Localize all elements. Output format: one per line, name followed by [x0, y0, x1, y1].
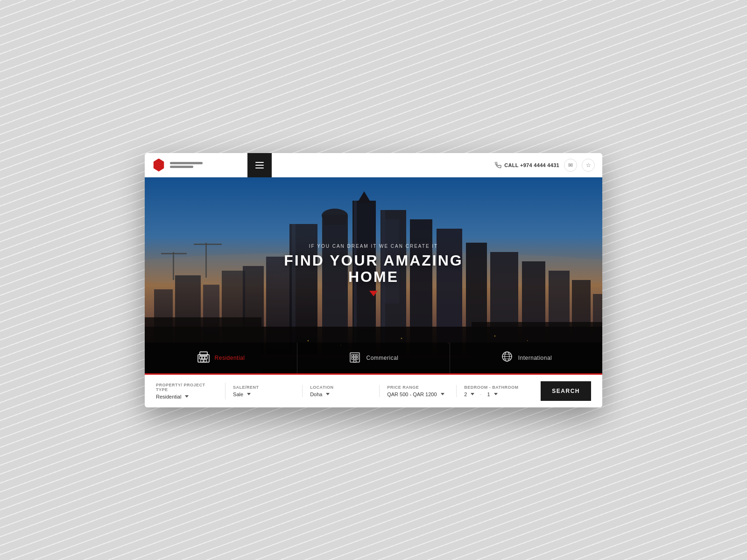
bedroom-bathroom-label: Bedroom - Bathroom: [464, 385, 526, 390]
header: CALL +974 4444 4431 ✉ ☆: [145, 153, 602, 177]
logo-line-2: [170, 166, 193, 168]
svg-rect-45: [201, 359, 203, 362]
svg-rect-43: [202, 357, 204, 359]
international-label: International: [518, 355, 552, 361]
location-field[interactable]: Location Doha: [303, 385, 380, 397]
svg-rect-51: [356, 355, 358, 357]
bathroom-dropdown-arrow: [494, 393, 498, 395]
sale-rent-dropdown-arrow: [247, 393, 251, 395]
category-residential[interactable]: Residential: [145, 343, 297, 373]
residential-icon: [197, 350, 210, 366]
svg-rect-52: [352, 357, 353, 359]
logo-line-1: [170, 162, 203, 164]
bedroom-bathroom-value: 2 · 1: [464, 392, 526, 397]
property-type-value: Residential: [156, 394, 218, 399]
category-commercial[interactable]: Commerical: [297, 343, 450, 373]
email-button[interactable]: ✉: [564, 159, 577, 172]
svg-rect-54: [356, 357, 358, 359]
search-button[interactable]: SEARCH: [541, 381, 591, 401]
hero-subtitle: IF YOU CAN DREAM IT WE CAN CREATE IT: [259, 243, 488, 248]
svg-rect-47: [200, 352, 207, 356]
header-right: CALL +974 4444 4431 ✉ ☆: [495, 159, 602, 172]
hero-section: IF YOU CAN DREAM IT WE CAN CREATE IT FIN…: [145, 177, 602, 373]
property-type-label: Property/ Project type: [156, 383, 218, 392]
menu-button[interactable]: [247, 153, 272, 177]
category-international[interactable]: International: [450, 343, 602, 373]
property-type-dropdown-arrow: [185, 395, 189, 398]
logo-icon: [152, 159, 165, 172]
sale-rent-label: Sale/Rent: [233, 385, 295, 390]
svg-rect-42: [199, 357, 202, 359]
hero-title: FIND YOUR AMAZING HOME: [259, 252, 488, 285]
residential-label: Residential: [215, 355, 245, 361]
call-label: CALL +974 4444 4431: [504, 162, 559, 168]
property-type-field[interactable]: Property/ Project type Residential: [156, 383, 226, 399]
commercial-label: Commerical: [366, 355, 398, 361]
price-range-value: QAR 500 - QAR 1200: [387, 392, 449, 397]
logo-area: [145, 159, 247, 172]
location-value: Doha: [310, 392, 372, 397]
price-range-field[interactable]: Price range QAR 500 - QAR 1200: [380, 385, 457, 397]
svg-rect-50: [354, 355, 356, 357]
svg-rect-49: [352, 355, 353, 357]
email-icon: ✉: [568, 162, 573, 168]
location-label: Location: [310, 385, 372, 390]
category-bar: Residential Commerical: [145, 343, 602, 373]
phone-icon: [495, 162, 501, 168]
hamburger-icon: [255, 162, 264, 168]
hero-content: IF YOU CAN DREAM IT WE CAN CREATE IT FIN…: [259, 243, 488, 296]
logo-text: [170, 162, 203, 168]
sale-rent-field[interactable]: Sale/Rent Sale: [226, 385, 303, 397]
location-dropdown-arrow: [326, 393, 330, 395]
main-card: CALL +974 4444 4431 ✉ ☆: [145, 153, 602, 407]
svg-rect-46: [204, 359, 206, 362]
favorite-button[interactable]: ☆: [582, 159, 595, 172]
price-range-dropdown-arrow: [441, 393, 444, 395]
star-icon: ☆: [586, 162, 591, 168]
call-button[interactable]: CALL +974 4444 4431: [495, 162, 559, 168]
bedroom-bathroom-field[interactable]: Bedroom - Bathroom 2 · 1: [457, 385, 533, 397]
commercial-icon: [348, 350, 361, 366]
svg-rect-44: [205, 357, 207, 359]
international-icon: [500, 350, 514, 366]
sale-rent-value: Sale: [233, 392, 295, 397]
search-bar: Property/ Project type Residential Sale/…: [145, 373, 602, 407]
bedroom-dropdown-arrow: [471, 393, 474, 395]
svg-rect-55: [353, 360, 356, 362]
separator: ·: [480, 392, 481, 397]
price-range-label: Price range: [387, 385, 449, 390]
hero-arrow: [369, 291, 378, 296]
svg-rect-53: [354, 357, 356, 359]
